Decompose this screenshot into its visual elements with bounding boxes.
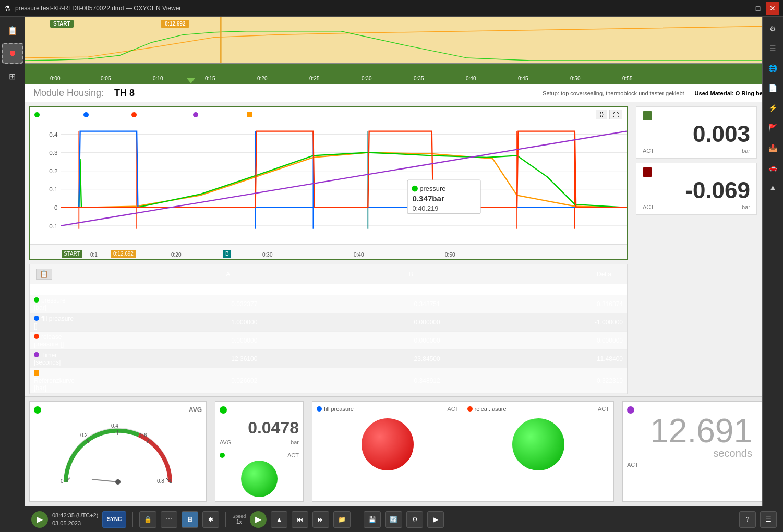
svg-text:0.2: 0.2: [49, 167, 57, 174]
expand-chart-button[interactable]: ⟨⟩: [596, 110, 607, 119]
right-share-icon[interactable]: 📤: [764, 139, 782, 156]
sidebar-layers-icon[interactable]: ⊞: [2, 66, 23, 87]
table-row-pressure: pressure [bar] 0.032377 0.348751 0.31637…: [30, 295, 627, 313]
ruler-11: 0:55: [622, 76, 632, 81]
fullscreen-chart-button[interactable]: ⛶: [609, 110, 622, 119]
avg-dot: [220, 406, 227, 414]
ruler-7: 0:35: [414, 76, 424, 81]
svg-text:0.2: 0.2: [80, 432, 88, 438]
right-menu-icon[interactable]: ☰: [764, 40, 782, 57]
ruler-9: 0:45: [518, 76, 528, 81]
minimize-button[interactable]: —: [737, 2, 750, 15]
save-button[interactable]: 💾: [364, 511, 381, 528]
timeline-ruler[interactable]: 0:00 0:05 0:10 0:15 0:20 0:25 0:30 0:35 …: [25, 64, 783, 83]
upload-button[interactable]: ▲: [271, 511, 287, 528]
delta-max-label: delta_MAX: [655, 112, 690, 120]
svg-text:0.347bar: 0.347bar: [412, 194, 444, 203]
screen-button[interactable]: 🖥: [182, 511, 198, 528]
run-button[interactable]: ▶: [427, 511, 444, 528]
separator-2: [225, 512, 226, 527]
avg-label: AVG: [220, 439, 231, 445]
delta-min-card: delta_MIN -0.069 ACT bar: [636, 163, 757, 215]
legend-ref: Referenzkurve [bar]: [247, 112, 305, 118]
right-car-icon[interactable]: 🚗: [764, 159, 782, 176]
ruler-2: 0:10: [153, 76, 163, 81]
speed-display: Speed 1x: [232, 514, 246, 525]
chart-panel: pressure [bar] fill preasure [] release …: [29, 106, 628, 260]
time-display: 08:42:35 (UTC+2) 03.05.2023: [52, 512, 98, 527]
gear-button[interactable]: ⚙: [406, 511, 423, 528]
copy-table-button[interactable]: 📋: [36, 269, 52, 280]
separator-3: [357, 512, 357, 527]
right-doc-icon[interactable]: 📄: [764, 79, 782, 97]
sidebar-record-icon[interactable]: ⏺: [2, 43, 23, 64]
delta-max-act: ACT: [643, 148, 654, 154]
chart-legend: pressure [bar] fill preasure [] release …: [30, 107, 627, 122]
col-delta-header: Delta: [444, 264, 627, 284]
table-row-fill: fill preasure [] 1.000000 0.000000 -1.00…: [30, 313, 627, 332]
play-mode-button[interactable]: ▶: [31, 511, 48, 528]
pressure-act-circle: [241, 461, 278, 497]
metrics-panel: delta_MAX 0.003 ACT bar delta_MIN -0.069: [632, 102, 783, 396]
marker-b: B: [223, 250, 231, 258]
asterisk-button[interactable]: ✱: [202, 511, 219, 528]
timer-act: ACT: [627, 462, 639, 468]
delta-min-swatch: [643, 167, 652, 177]
speedometer-svg: 0 0.2 0.4 0.6 0.8 1: [55, 414, 180, 487]
help-button[interactable]: ?: [739, 511, 756, 528]
release-label: relea...asure: [475, 406, 507, 412]
refresh-button[interactable]: 🔄: [385, 511, 402, 528]
current-time: 08:42:35 (UTC+2): [52, 512, 98, 519]
svg-text:0.4: 0.4: [49, 131, 58, 138]
delta-min-unit: bar: [742, 204, 750, 210]
pressure-gauge-title: pressure [bar] AVG: [34, 406, 202, 414]
right-up-icon[interactable]: ▲: [764, 178, 782, 196]
svg-line-36: [92, 479, 118, 482]
current-date: 03.05.2023: [52, 519, 98, 527]
menu-button[interactable]: ☰: [760, 511, 777, 528]
play-button[interactable]: ▶: [250, 511, 267, 528]
prev-button[interactable]: ⏮: [292, 511, 308, 528]
svg-text:0: 0: [54, 204, 58, 211]
timeline-overview[interactable]: START 0:12.692 STOP: [25, 17, 783, 64]
right-flag-icon[interactable]: 🚩: [764, 119, 782, 137]
ruler-5: 0:25: [309, 76, 319, 81]
release-circle: [512, 418, 564, 470]
module-header: Module Housing: TH 8 Setup: top coversea…: [25, 84, 783, 102]
fill-circle: [362, 418, 414, 470]
close-button[interactable]: ✕: [766, 2, 779, 15]
maximize-button[interactable]: □: [752, 2, 764, 15]
ruler-1: 0:05: [101, 76, 111, 81]
delta-max-value: 0.003: [643, 123, 750, 146]
speed-label: Speed: [232, 514, 246, 519]
sync-button[interactable]: SYNC: [102, 511, 126, 528]
table-row-release: release preasure [] 0.000000 0.000000 0.…: [30, 332, 627, 350]
content-area: START 0:12.692 STOP 0:00 0:05 0:10: [25, 17, 783, 532]
act-dot: [220, 453, 225, 458]
wave-button[interactable]: 〰: [161, 511, 177, 528]
lock-button[interactable]: 🔒: [139, 511, 156, 528]
chart-area[interactable]: 0.4 0.3 0.2 0.1 0 -0.1: [30, 122, 627, 244]
svg-text:0.6: 0.6: [140, 432, 147, 438]
panels-row: pressure [bar] fill preasure [] release …: [25, 102, 783, 396]
fill-act: ACT: [448, 406, 459, 412]
app-icon: ⚗: [4, 4, 11, 13]
indicators-panel: fill preasure ACT relea...asure A: [312, 401, 614, 502]
right-bolt-icon[interactable]: ⚡: [764, 99, 782, 117]
delta-max-unit: bar: [742, 148, 750, 154]
delta-min-label: delta_MIN: [655, 168, 687, 176]
next-button[interactable]: ⏭: [312, 511, 329, 528]
separator-1: [132, 512, 133, 527]
legend-pressure: pressure [bar]: [34, 112, 77, 118]
release-act: ACT: [598, 406, 609, 412]
right-globe-icon[interactable]: 🌐: [764, 59, 782, 77]
ruler-0: 0:00: [50, 76, 60, 81]
folder-button[interactable]: 📁: [333, 511, 351, 528]
sidebar-copy-icon[interactable]: 📋: [2, 20, 23, 41]
col-b-header: B: [261, 264, 444, 284]
right-gear-icon[interactable]: ⚙: [764, 20, 782, 38]
svg-text:0.1: 0.1: [49, 186, 57, 192]
col-a-header: A: [79, 264, 261, 284]
release-indicator: relea...asure ACT: [467, 406, 610, 497]
pressure-gauge-panel: pressure [bar] AVG: [29, 401, 207, 502]
